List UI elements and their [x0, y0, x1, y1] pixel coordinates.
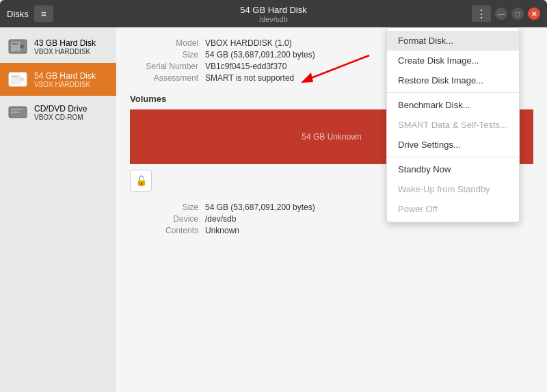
svg-rect-9 — [11, 109, 22, 110]
lock-icon: 🔓 — [135, 175, 147, 186]
titlebar: Disks ≡ 54 GB Hard Disk /dev/sdb ⋮ — □ ✕ — [0, 0, 547, 27]
svg-rect-3 — [12, 43, 18, 44]
menu-item-creatediskimage[interactable]: Create Disk Image... — [387, 51, 519, 70]
vol-size-value: 54 GB (53,687,091,200 bytes) — [205, 202, 315, 212]
context-dropdown-menu: Format Disk...Create Disk Image...Restor… — [386, 27, 520, 222]
sidebar-43gb-sub: VBOX HARDDISK — [34, 48, 96, 55]
sidebar-43gb-name: 43 GB Hard Disk — [34, 38, 96, 48]
menu-item-wakeupfromstandby: Wake-Up from Standby — [387, 179, 519, 199]
maximize-button[interactable]: □ — [511, 8, 524, 20]
minimize-button[interactable]: — — [495, 8, 507, 20]
size-value: 54 GB (53,687,091,200 bytes) — [205, 50, 315, 60]
sidebar-item-43gb[interactable]: 43 GB Hard Disk VBOX HARDDISK — [0, 30, 116, 63]
disk-icon-54gb — [7, 68, 29, 90]
svg-point-2 — [20, 44, 24, 49]
menu-item-poweroff: Power Off — [387, 199, 519, 219]
model-label: Model — [130, 38, 205, 48]
sidebar: 43 GB Hard Disk VBOX HARDDISK 54 GB Hard… — [0, 27, 116, 392]
minimize-icon: — — [498, 10, 505, 18]
vol-contents-row: Contents Unknown — [130, 226, 533, 235]
sidebar-item-43gb-text: 43 GB Hard Disk VBOX HARDDISK — [34, 38, 96, 55]
vol-size-label: Size — [130, 202, 205, 212]
sidebar-item-54gb-text: 54 GB Hard Disk VBOX HARDDISK — [34, 71, 96, 88]
volume-bar-label: 54 GB Unknown — [302, 132, 361, 142]
sidebar-cdrom-name: CD/DVD Drive — [34, 104, 87, 114]
context-menu-button[interactable]: ⋮ — [472, 5, 491, 22]
sidebar-item-54gb[interactable]: 54 GB Hard Disk VBOX HARDDISK — [0, 63, 116, 96]
assessment-label: Assessment — [130, 73, 205, 83]
sidebar-54gb-name: 54 GB Hard Disk — [34, 71, 96, 81]
window-body: 43 GB Hard Disk VBOX HARDDISK 54 GB Hard… — [0, 27, 547, 392]
svg-point-6 — [20, 77, 24, 81]
menu-item-formatdisk[interactable]: Format Disk... — [387, 31, 519, 51]
hamburger-icon: ≡ — [41, 9, 46, 19]
vol-device-label: Device — [130, 214, 205, 224]
svg-marker-12 — [301, 73, 313, 83]
svg-rect-10 — [11, 112, 19, 113]
size-label: Size — [130, 50, 205, 60]
sidebar-54gb-sub: VBOX HARDDISK — [34, 81, 96, 88]
arrow-indicator — [301, 52, 383, 88]
close-icon: ✕ — [531, 10, 537, 18]
svg-rect-7 — [12, 76, 18, 77]
menu-item-drivesettings[interactable]: Drive Settings... — [387, 135, 519, 155]
svg-line-11 — [308, 55, 369, 79]
sidebar-item-cdrom[interactable]: CD/DVD Drive VBOX CD-ROM — [0, 96, 116, 129]
window-title: 54 GB Hard Disk — [240, 5, 307, 15]
window-title-center: 54 GB Hard Disk /dev/sdb — [240, 5, 307, 23]
sidebar-item-cdrom-text: CD/DVD Drive VBOX CD-ROM — [34, 104, 87, 121]
model-value: VBOX HARDDISK (1.0) — [205, 38, 292, 48]
menu-item-benchmarkdisk[interactable]: Benchmark Disk... — [387, 95, 519, 115]
menu-separator — [387, 92, 519, 93]
menu-item-smartdataselftests: SMART Data & Self-Tests... — [387, 115, 519, 135]
menu-item-standbynow[interactable]: Standby Now — [387, 159, 519, 179]
disk-icon-43gb — [7, 36, 29, 57]
menu-separator — [387, 157, 519, 157]
main-window: Disks ≡ 54 GB Hard Disk /dev/sdb ⋮ — □ ✕ — [0, 0, 547, 392]
app-title: Disks — [7, 9, 29, 19]
main-content-wrapper: Model VBOX HARDDISK (1.0) Size 54 GB (53… — [116, 27, 547, 392]
close-button[interactable]: ✕ — [528, 8, 540, 20]
menu-dots-icon: ⋮ — [476, 8, 487, 21]
window-subtitle: /dev/sdb — [259, 15, 288, 23]
hamburger-button[interactable]: ≡ — [34, 5, 53, 22]
vol-contents-label: Contents — [130, 226, 205, 235]
serial-value: VB1c9f0415-edd3f370 — [205, 62, 286, 71]
vol-contents-value: Unknown — [205, 226, 239, 235]
vol-device-value: /dev/sdb — [205, 214, 236, 224]
assessment-value: SMART is not supported — [205, 73, 294, 83]
maximize-icon: □ — [516, 10, 520, 18]
sidebar-cdrom-sub: VBOX CD-ROM — [34, 114, 87, 121]
menu-item-restorediskimage[interactable]: Restore Disk Image... — [387, 70, 519, 90]
lock-button[interactable]: 🔓 — [130, 170, 152, 192]
serial-label: Serial Number — [130, 62, 205, 71]
disk-icon-cdrom — [7, 101, 29, 123]
